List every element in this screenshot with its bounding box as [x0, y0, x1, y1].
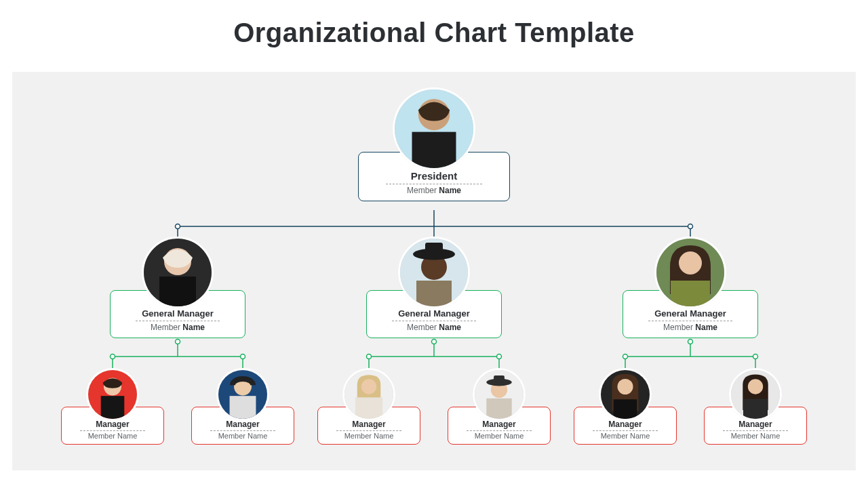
avatar: [731, 370, 780, 419]
role-label: Manager: [709, 420, 802, 429]
org-chart-canvas: President Member Name General Manager Me…: [12, 72, 856, 470]
org-node-gm-2: General Manager Member Name: [366, 239, 502, 338]
avatar: [601, 370, 650, 419]
svg-point-24: [497, 354, 502, 359]
svg-point-51: [361, 379, 376, 394]
member-name: Member Name: [66, 432, 159, 440]
org-node-mgr-2a: Manager Member Name: [317, 370, 420, 445]
svg-point-62: [748, 379, 763, 394]
role-label: Manager: [452, 420, 546, 429]
avatar: [344, 370, 393, 419]
member-name: Member Name: [374, 323, 494, 332]
org-node-president: President Member Name: [358, 89, 510, 201]
svg-rect-42: [671, 281, 710, 306]
divider: [210, 430, 276, 431]
svg-rect-30: [412, 132, 456, 168]
member-name: Member Name: [366, 186, 502, 195]
divider: [723, 430, 789, 431]
org-node-mgr-1b: Manager Member Name: [191, 370, 294, 445]
svg-rect-33: [159, 277, 196, 306]
svg-rect-57: [486, 399, 511, 419]
svg-point-59: [617, 379, 633, 394]
divider: [80, 430, 146, 431]
avatar: [88, 370, 137, 419]
role-label: Manager: [196, 420, 290, 429]
svg-rect-63: [743, 399, 768, 419]
member-name: Member Name: [578, 432, 672, 440]
svg-rect-48: [230, 396, 256, 419]
role-label: General Manager: [630, 308, 751, 319]
divider: [336, 430, 402, 431]
svg-point-6: [688, 224, 693, 229]
divider: [136, 321, 220, 321]
divider: [593, 430, 658, 431]
role-label: Manager: [66, 420, 159, 429]
role-label: Manager: [322, 420, 416, 429]
svg-rect-56: [494, 375, 505, 383]
avatar: [144, 239, 212, 306]
svg-point-27: [753, 354, 758, 359]
svg-point-26: [623, 354, 628, 359]
role-label: General Manager: [374, 308, 494, 319]
avatar: [656, 239, 724, 306]
avatar: [475, 370, 524, 419]
member-name: Member Name: [196, 432, 290, 440]
member-name: Member Name: [630, 323, 751, 332]
svg-point-5: [176, 224, 180, 229]
svg-point-22: [432, 340, 437, 344]
divider: [467, 430, 532, 431]
org-node-mgr-3b: Manager Member Name: [704, 370, 807, 445]
divider: [648, 321, 733, 321]
role-label: General Manager: [117, 308, 238, 319]
org-node-gm-1: General Manager Member Name: [110, 239, 245, 338]
svg-point-41: [679, 251, 702, 274]
member-name: Member Name: [117, 323, 238, 332]
org-node-mgr-1a: Manager Member Name: [61, 370, 164, 445]
org-node-mgr-3a: Manager Member Name: [574, 370, 677, 445]
member-name: Member Name: [322, 432, 416, 440]
role-label: President: [366, 170, 502, 182]
svg-point-19: [176, 340, 180, 344]
svg-point-20: [111, 354, 115, 359]
divider: [392, 321, 477, 321]
svg-rect-52: [355, 397, 382, 419]
page-title: Organizational Chart Template: [0, 0, 868, 60]
org-node-mgr-2b: Manager Member Name: [448, 370, 551, 445]
svg-rect-37: [425, 243, 443, 255]
svg-point-21: [241, 354, 245, 359]
org-node-gm-3: General Manager Member Name: [623, 239, 758, 338]
member-name: Member Name: [709, 432, 802, 440]
divider: [386, 184, 481, 184]
avatar: [400, 239, 468, 306]
avatar: [218, 370, 267, 419]
svg-rect-38: [416, 281, 452, 306]
role-label: Manager: [578, 420, 672, 429]
svg-rect-60: [614, 399, 637, 419]
member-name: Member Name: [452, 432, 546, 440]
svg-point-25: [688, 340, 693, 344]
svg-point-23: [367, 354, 372, 359]
svg-rect-45: [101, 396, 125, 419]
avatar: [395, 89, 473, 168]
